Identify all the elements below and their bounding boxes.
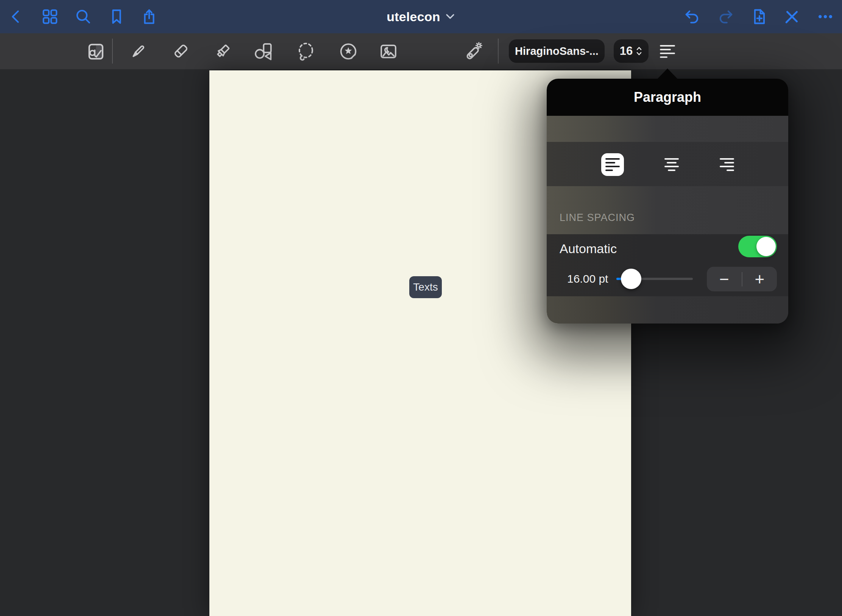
toggle-knob (756, 237, 776, 256)
back-button[interactable] (6, 0, 27, 33)
bookmark-button[interactable] (106, 0, 127, 33)
eraser-icon (171, 42, 190, 61)
popover-arrow (657, 68, 678, 79)
shapes-tool[interactable] (252, 33, 274, 69)
paragraph-align-button[interactable] (656, 33, 679, 69)
slider-thumb[interactable] (621, 269, 641, 289)
redo-icon (717, 8, 734, 25)
align-center-icon (664, 158, 679, 171)
highlighter-icon (213, 42, 232, 61)
ellipsis-icon (817, 8, 834, 25)
automatic-label: Automatic (560, 241, 617, 256)
bookmark-icon (108, 8, 125, 25)
popover-band (547, 116, 788, 142)
document-view-tool[interactable] (84, 33, 107, 69)
popover-title: Paragraph (634, 89, 701, 105)
stickers-tool[interactable] (337, 33, 360, 69)
toolbar-divider (112, 39, 113, 64)
spacing-value: 16.00 pt (567, 272, 608, 285)
align-left-button[interactable] (601, 153, 624, 176)
back-chevron-icon (8, 8, 25, 25)
popover-band (547, 296, 788, 324)
chevron-down-icon (446, 14, 455, 20)
eraser-tool[interactable] (169, 33, 192, 69)
document-title-button[interactable]: utelecon (362, 0, 479, 33)
toolbar-divider (498, 39, 499, 64)
image-tool[interactable] (377, 33, 400, 69)
undo-icon (683, 8, 701, 25)
highlighter-tool[interactable] (211, 33, 234, 69)
paragraph-popover: Paragraph LINE SPACING Automatic 16.00 p… (547, 79, 788, 324)
pen-icon (128, 42, 148, 61)
popover-band (547, 186, 788, 234)
stepper-chevrons-icon (636, 45, 642, 57)
share-icon (140, 8, 158, 25)
font-size-stepper[interactable]: 16 (614, 39, 649, 63)
spacing-stepper: − + (707, 267, 777, 291)
lasso-tool[interactable] (295, 33, 317, 69)
page-title: utelecon (387, 9, 440, 24)
redo-button[interactable] (715, 0, 736, 33)
editing-toolbar: T HiraginoSans-... 16 (0, 33, 842, 69)
minus-glyph: − (719, 271, 729, 288)
line-spacing-section-label: LINE SPACING (560, 212, 635, 224)
plus-glyph: + (755, 271, 764, 288)
align-left-icon (660, 45, 675, 58)
text-object-label: Texts (413, 281, 438, 293)
app-screen: utelecon (0, 0, 842, 616)
align-right-icon (720, 158, 734, 171)
thumbnails-button[interactable] (39, 0, 61, 33)
stop-editing-button[interactable] (781, 0, 803, 33)
add-page-button[interactable] (748, 0, 770, 33)
popover-header: Paragraph (547, 79, 788, 116)
lasso-icon (296, 41, 316, 62)
grid-icon (41, 8, 59, 25)
undo-button[interactable] (681, 0, 703, 33)
font-name-button[interactable]: HiraginoSans-... (509, 39, 605, 63)
laser-pointer-icon (463, 41, 483, 62)
add-page-icon (750, 8, 768, 25)
align-left-icon (605, 158, 620, 171)
pen-tool[interactable] (127, 33, 150, 69)
shapes-icon (253, 41, 273, 62)
laser-pointer-tool[interactable] (462, 33, 485, 69)
font-name-label: HiraginoSans-... (515, 45, 599, 58)
page-text-mode-icon (86, 42, 106, 61)
increase-spacing-button[interactable]: + (742, 271, 777, 288)
share-button[interactable] (139, 0, 160, 33)
sticker-star-icon (338, 41, 359, 62)
top-navigation-bar: utelecon (0, 0, 842, 33)
search-icon (75, 8, 92, 25)
align-center-button[interactable] (660, 153, 683, 176)
align-right-button[interactable] (716, 153, 738, 176)
search-button[interactable] (73, 0, 94, 33)
pen-cross-icon (783, 8, 801, 25)
more-options-button[interactable] (815, 0, 836, 33)
automatic-toggle[interactable] (738, 236, 777, 257)
decrease-spacing-button[interactable]: − (707, 271, 742, 288)
photo-icon (378, 41, 399, 62)
text-object[interactable]: Texts (409, 276, 442, 298)
font-size-value: 16 (620, 44, 633, 58)
